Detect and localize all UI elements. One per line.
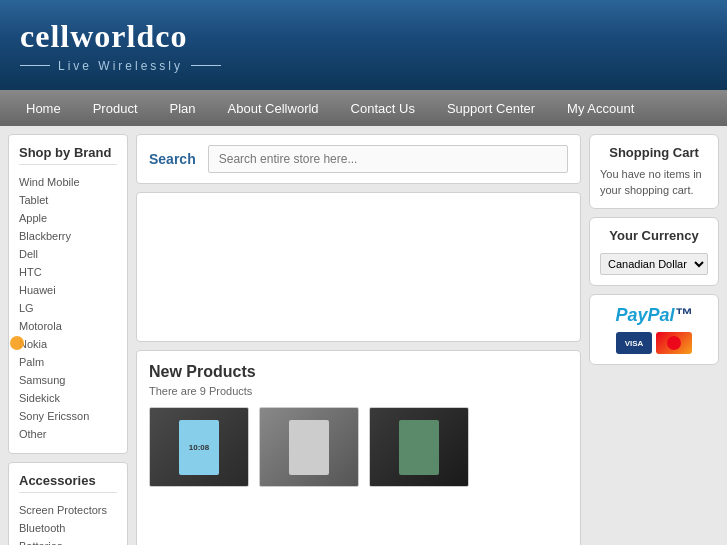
brand-htc[interactable]: HTC (19, 263, 117, 281)
brand-lg[interactable]: LG (19, 299, 117, 317)
products-count: There are 9 Products (149, 385, 568, 397)
paypal-logo: PayPal™ (615, 305, 692, 326)
shopping-cart-title: Shopping Cart (600, 145, 708, 160)
main-container: Shop by Brand Wind Mobile Tablet Apple B… (0, 126, 727, 545)
search-input[interactable] (208, 145, 568, 173)
brand-sony-ericsson[interactable]: Sony Ericsson (19, 407, 117, 425)
mastercard-icon (656, 332, 692, 354)
brand-huawei[interactable]: Huawei (19, 281, 117, 299)
products-grid: 10:08 (149, 407, 568, 487)
brand-motorola[interactable]: Motorola (19, 317, 117, 335)
acc-batteries[interactable]: Batteries (19, 537, 117, 545)
brand-palm[interactable]: Palm (19, 353, 117, 371)
brand-other[interactable]: Other (19, 425, 117, 443)
site-tagline: Live Wirelessly (20, 59, 221, 73)
new-products-box: New Products There are 9 Products 10:08 (136, 350, 581, 545)
product-thumb-2[interactable] (259, 407, 359, 487)
nav-about[interactable]: About Cellworld (212, 90, 335, 126)
cart-message: You have no items in your shopping cart. (600, 166, 708, 198)
currency-box: Your Currency Canadian Dollar - C... (589, 217, 719, 286)
brand-tablet[interactable]: Tablet (19, 191, 117, 209)
brand-sidekick[interactable]: Sidekick (19, 389, 117, 407)
search-label: Search (149, 151, 196, 167)
nav-support[interactable]: Support Center (431, 90, 551, 126)
brand-dell[interactable]: Dell (19, 245, 117, 263)
currency-title: Your Currency (600, 228, 708, 243)
shop-by-brand-box: Shop by Brand Wind Mobile Tablet Apple B… (8, 134, 128, 454)
new-products-title: New Products (149, 363, 568, 381)
accessories-box: Accessories Screen Protectors Bluetooth … (8, 462, 128, 545)
currency-select[interactable]: Canadian Dollar - C... (600, 253, 708, 275)
phone-screen-2 (289, 420, 329, 475)
paypal-logo-part2: Pal (648, 305, 675, 325)
nav-home[interactable]: Home (10, 90, 77, 126)
phone-screen-1: 10:08 (179, 420, 219, 475)
center-content: Search New Products There are 9 Products… (136, 134, 581, 545)
brand-nokia[interactable]: Nokia (19, 335, 117, 353)
right-sidebar: Shopping Cart You have no items in your … (589, 134, 719, 545)
search-bar: Search (136, 134, 581, 184)
brand-wind-mobile[interactable]: Wind Mobile (19, 173, 117, 191)
nav-contact[interactable]: Contact Us (335, 90, 431, 126)
mc-circle-2 (10, 336, 24, 350)
card-icons: VISA (616, 332, 692, 354)
left-sidebar: Shop by Brand Wind Mobile Tablet Apple B… (8, 134, 128, 545)
logo-container: cellworldco Live Wirelessly (20, 18, 221, 73)
acc-bluetooth[interactable]: Bluetooth (19, 519, 117, 537)
shop-by-brand-title: Shop by Brand (19, 145, 117, 165)
header: cellworldco Live Wirelessly (0, 0, 727, 90)
brand-apple[interactable]: Apple (19, 209, 117, 227)
product-thumb-3[interactable] (369, 407, 469, 487)
paypal-logo-part1: Pay (615, 305, 647, 325)
shopping-cart-box: Shopping Cart You have no items in your … (589, 134, 719, 209)
product-thumb-1[interactable]: 10:08 (149, 407, 249, 487)
accessories-title: Accessories (19, 473, 117, 493)
nav-account[interactable]: My Account (551, 90, 650, 126)
brand-blackberry[interactable]: Blackberry (19, 227, 117, 245)
nav-product[interactable]: Product (77, 90, 154, 126)
main-nav: Home Product Plan About Cellworld Contac… (0, 90, 727, 126)
nav-plan[interactable]: Plan (154, 90, 212, 126)
acc-screen-protectors[interactable]: Screen Protectors (19, 501, 117, 519)
spacer-content (136, 192, 581, 342)
phone-screen-3 (399, 420, 439, 475)
mc-circle-1 (667, 336, 681, 350)
site-logo: cellworldco (20, 18, 221, 55)
visa-card-icon: VISA (616, 332, 652, 354)
brand-samsung[interactable]: Samsung (19, 371, 117, 389)
paypal-box[interactable]: PayPal™ VISA (589, 294, 719, 365)
